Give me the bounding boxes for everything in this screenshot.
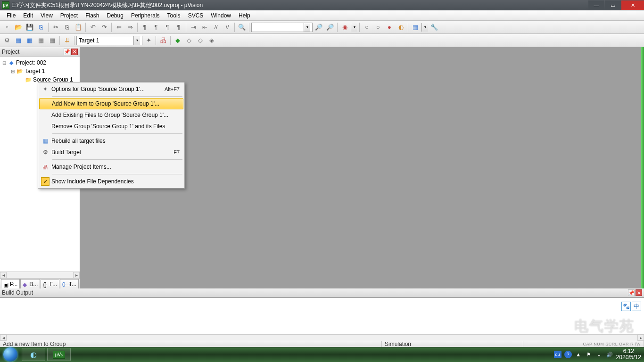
tray-clock[interactable]: 6:12 2020/5/12: [616, 348, 641, 361]
ctx-build-target[interactable]: Build Target F7: [39, 147, 183, 158]
save-button[interactable]: 💾: [25, 22, 35, 33]
tray-up-icon[interactable]: ▲: [575, 351, 582, 358]
menu-flash[interactable]: Flash: [82, 11, 103, 20]
uncomment-button[interactable]: //: [222, 22, 232, 33]
tray-help-icon[interactable]: ?: [564, 351, 572, 358]
ctx-options-for-group[interactable]: Options for Group 'Source Group 1'... Al…: [39, 83, 183, 95]
build-button[interactable]: ▦: [13, 35, 24, 46]
find-combo[interactable]: ▾: [251, 23, 313, 32]
save-all-button[interactable]: ⎘: [36, 22, 46, 33]
batch-build-button[interactable]: ▦: [36, 35, 46, 46]
window-close-button[interactable]: ✕: [621, 0, 644, 10]
debug-dropdown[interactable]: ▾: [351, 23, 357, 32]
build-output-hscrollbar[interactable]: ◂▸: [0, 334, 644, 341]
copy-button[interactable]: ⎘: [62, 22, 72, 33]
outdent-button[interactable]: ⇤: [199, 22, 210, 33]
tray-ime-icon[interactable]: du: [554, 351, 561, 358]
tree-project-node[interactable]: ⊟ Project: 002: [1, 58, 79, 67]
manage-items-button[interactable]: 品: [158, 35, 168, 46]
build-output-pin-button[interactable]: 📌: [628, 289, 635, 296]
taskbar-app-uvision[interactable]: µV₅: [47, 348, 71, 361]
ime-badge-2[interactable]: 中: [632, 302, 641, 311]
ctx-rebuild-all[interactable]: Rebuild all target files: [39, 135, 183, 147]
undo-button[interactable]: ↶: [88, 22, 98, 33]
translate-button[interactable]: ⚙: [2, 35, 12, 46]
start-button[interactable]: [0, 347, 21, 362]
menu-window[interactable]: Window: [207, 11, 235, 20]
menu-svcs[interactable]: SVCS: [184, 11, 207, 20]
window-titlebar: µV E:\学习文件夹\C51根目录\TYN-200424\模块练习\8-其他\…: [0, 0, 644, 10]
tree-hscrollbar[interactable]: ◂▸: [0, 272, 80, 278]
menu-project[interactable]: Project: [57, 11, 82, 20]
menu-help[interactable]: Help: [235, 11, 254, 20]
breakpoint-disable-button[interactable]: ○: [373, 22, 383, 33]
panel-tab-templates[interactable]: 0→T...: [60, 279, 79, 288]
bookmark-clear-button[interactable]: ¶: [173, 22, 184, 33]
incremental-find-button[interactable]: 🔎: [325, 22, 335, 33]
ctx-manage-project-items[interactable]: Manage Project Items...: [39, 161, 183, 173]
breakpoint-toggle-button[interactable]: ◐: [396, 22, 406, 33]
windows-orb-icon: [3, 347, 17, 362]
taskbar-app-1[interactable]: ◐: [22, 348, 45, 361]
comment-button[interactable]: //: [211, 22, 221, 33]
open-file-button[interactable]: 📂: [13, 22, 24, 33]
panel-tab-books[interactable]: ◆B...: [20, 279, 40, 288]
target-options-button[interactable]: ✦: [143, 35, 154, 46]
configure-button[interactable]: 🔧: [429, 22, 439, 33]
pack-installer-button[interactable]: ◇: [195, 35, 206, 46]
ctx-add-new-item[interactable]: Add New Item to Group 'Source Group 1'..…: [39, 98, 183, 109]
panel-tab-project[interactable]: ▣P...: [1, 279, 20, 288]
target-combo[interactable]: Target 1 ▾: [76, 36, 142, 45]
select-packs-button[interactable]: ◇: [184, 35, 194, 46]
stop-build-button[interactable]: ▦: [47, 35, 58, 46]
indent-button[interactable]: ⇥: [188, 22, 198, 33]
project-panel-header: Project 📌 ✕: [0, 47, 80, 57]
tray-volume-icon[interactable]: 🔊: [606, 351, 613, 358]
books-button[interactable]: ◈: [206, 35, 217, 46]
menu-tools[interactable]: Tools: [164, 11, 184, 20]
window-layout-dropdown[interactable]: ▾: [421, 23, 428, 32]
menu-peripherals[interactable]: Peripherals: [127, 11, 164, 20]
window-title: E:\学习文件夹\C51根目录\TYN-200424\模块练习\8-其他\002…: [11, 1, 588, 9]
ime-badge-1[interactable]: 🐾: [621, 302, 631, 311]
panel-close-button[interactable]: ✕: [71, 49, 78, 55]
tray-flag-icon[interactable]: ⚑: [585, 351, 593, 358]
tray-action-center-icon[interactable]: ⌄: [595, 351, 603, 358]
redo-button[interactable]: ↷: [99, 22, 109, 33]
menu-view[interactable]: View: [37, 11, 57, 20]
ctx-show-include-deps[interactable]: ✓ Show Include File Dependencies: [39, 176, 183, 187]
bookmark-button[interactable]: ¶: [140, 22, 150, 33]
toolbar-separator: [249, 23, 249, 32]
breakpoint-kill-button[interactable]: ●: [384, 22, 395, 33]
cut-button[interactable]: ✂: [50, 22, 61, 33]
window-minimize-button[interactable]: —: [588, 0, 604, 10]
nav-back-button[interactable]: ⇐: [114, 22, 124, 33]
manage-rte-button[interactable]: ◆: [173, 35, 183, 46]
menu-debug[interactable]: Debug: [103, 11, 127, 20]
build-output-close-button[interactable]: ✕: [636, 289, 642, 296]
ctx-remove-group[interactable]: Remove Group 'Source Group 1' and its Fi…: [39, 121, 183, 132]
debug-button[interactable]: ◉: [339, 22, 350, 33]
menu-edit[interactable]: Edit: [19, 11, 37, 20]
find-button[interactable]: 🔎: [314, 22, 324, 33]
breakpoint-button[interactable]: ○: [362, 22, 372, 33]
ctx-add-existing-files[interactable]: Add Existing Files to Group 'Source Grou…: [39, 109, 183, 121]
paste-button[interactable]: 📋: [73, 22, 83, 33]
toolbar-separator: [337, 23, 338, 32]
panel-tab-functions[interactable]: {}F...: [41, 279, 59, 288]
bookmark-prev-button[interactable]: ¶: [162, 22, 173, 33]
build-output-panel: ◂▸: [0, 297, 644, 341]
window-layout-button[interactable]: ▦: [410, 22, 421, 33]
window-maximize-button[interactable]: ▭: [605, 0, 621, 10]
rebuild-button[interactable]: ▦: [25, 35, 35, 46]
toolbar-separator: [186, 23, 186, 32]
new-file-button[interactable]: ▫: [2, 22, 12, 33]
panel-pin-button[interactable]: 📌: [64, 49, 70, 55]
download-button[interactable]: ⇊: [62, 35, 72, 46]
bookmark-next-button[interactable]: ¶: [151, 22, 161, 33]
tree-target-node[interactable]: ⊟ Target 1: [1, 67, 79, 75]
find-in-files-button[interactable]: 🔍: [237, 22, 247, 33]
nav-fwd-button[interactable]: ⇒: [125, 22, 135, 33]
build-output-header: Build Output 📌 ✕: [0, 288, 644, 297]
menu-file[interactable]: File: [3, 11, 19, 20]
